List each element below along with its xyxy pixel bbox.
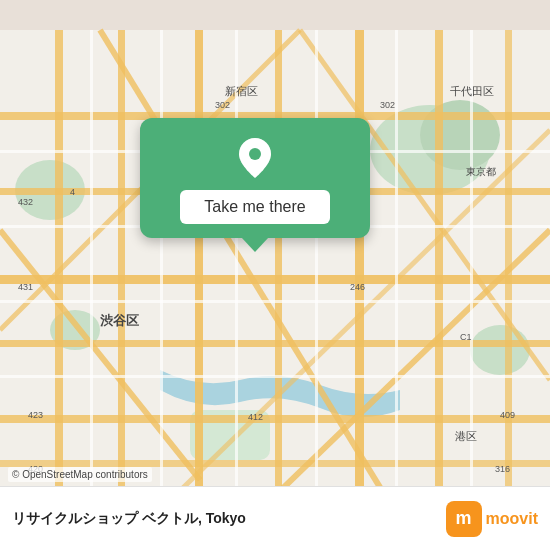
moovit-text: moovit	[486, 510, 538, 528]
take-me-there-button[interactable]: Take me there	[180, 190, 329, 224]
svg-rect-35	[470, 30, 473, 520]
svg-text:246: 246	[350, 282, 365, 292]
svg-text:新宿区: 新宿区	[225, 85, 258, 97]
svg-rect-16	[275, 30, 282, 520]
svg-rect-33	[315, 30, 318, 520]
map-container: 302 302 432 431 423 420 246 C1 409 316 4…	[0, 0, 550, 550]
moovit-letter: m	[456, 508, 472, 529]
svg-text:409: 409	[500, 410, 515, 420]
svg-rect-34	[395, 30, 398, 520]
moovit-logo: m moovit	[446, 501, 538, 537]
svg-rect-18	[435, 30, 443, 520]
svg-text:港区: 港区	[455, 430, 477, 442]
map-attribution: © OpenStreetMap contributors	[8, 467, 152, 482]
attribution-text: © OpenStreetMap contributors	[12, 469, 148, 480]
popup-card: Take me there	[140, 118, 370, 238]
svg-text:302: 302	[380, 100, 395, 110]
svg-text:千代田区: 千代田区	[450, 85, 494, 97]
svg-rect-29	[0, 375, 550, 378]
svg-point-2	[420, 100, 500, 170]
svg-text:C1: C1	[460, 332, 472, 342]
place-name: リサイクルショップ ベクトル, Tokyo	[12, 510, 446, 528]
svg-rect-15	[195, 30, 203, 520]
svg-rect-30	[90, 30, 93, 520]
svg-text:431: 431	[18, 282, 33, 292]
bottom-bar: リサイクルショップ ベクトル, Tokyo m moovit	[0, 486, 550, 550]
place-city-text: Tokyo	[206, 510, 246, 526]
location-pin-icon	[233, 136, 277, 180]
place-info: リサイクルショップ ベクトル, Tokyo	[12, 510, 446, 528]
moovit-icon: m	[446, 501, 482, 537]
svg-rect-31	[160, 30, 163, 520]
svg-text:302: 302	[215, 100, 230, 110]
svg-rect-28	[0, 300, 550, 303]
svg-rect-14	[118, 30, 125, 520]
svg-text:渋谷区: 渋谷区	[100, 313, 139, 328]
svg-text:432: 432	[18, 197, 33, 207]
svg-point-55	[249, 148, 261, 160]
svg-rect-32	[235, 30, 238, 520]
svg-text:412: 412	[248, 412, 263, 422]
svg-text:東京都: 東京都	[466, 166, 496, 177]
svg-point-6	[470, 325, 530, 375]
place-name-text: リサイクルショップ ベクトル	[12, 510, 198, 526]
svg-text:4: 4	[70, 187, 75, 197]
svg-text:423: 423	[28, 410, 43, 420]
svg-text:316: 316	[495, 464, 510, 474]
